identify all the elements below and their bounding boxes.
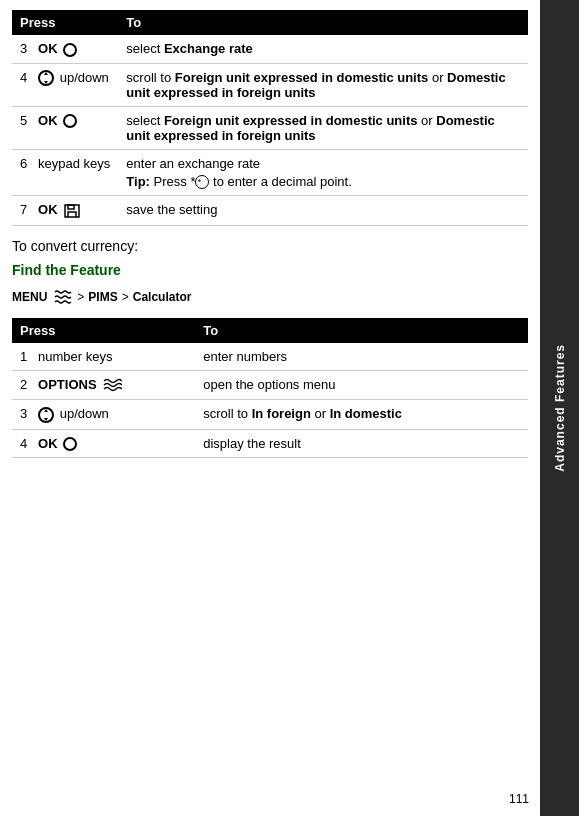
bold-foreign-domestic-5: Foreign unit expressed in domestic units bbox=[164, 113, 418, 128]
options-label: OPTIONS bbox=[38, 377, 97, 392]
updown-label: up/down bbox=[60, 70, 109, 85]
ok-label-5: OK bbox=[38, 113, 58, 128]
convert-section: To convert currency: Find the Feature ME… bbox=[12, 238, 528, 306]
press-cell: 3 OK bbox=[12, 35, 118, 63]
col-header-to-2: To bbox=[195, 318, 528, 343]
find-feature-label: Find the Feature bbox=[12, 262, 528, 278]
table-row: 7 OK save the setting bbox=[12, 196, 528, 226]
row-number: 6 bbox=[20, 156, 27, 171]
to-cell: enter numbers bbox=[195, 343, 528, 371]
svg-text:*: * bbox=[198, 178, 202, 188]
arrow-2: > bbox=[122, 290, 129, 304]
table-row: 4 up/down scroll to Foreign unit express… bbox=[12, 63, 528, 106]
convert-label: To convert currency: bbox=[12, 238, 528, 254]
row-number: 1 bbox=[20, 349, 27, 364]
table-exchange-rate: Press To 3 OK select Exchange rate 4 bbox=[12, 10, 528, 226]
save-icon bbox=[63, 203, 81, 219]
press-cell: 4 OK bbox=[12, 429, 195, 458]
ok-label: OK bbox=[38, 41, 58, 56]
press-cell: 2 OPTIONS bbox=[12, 370, 195, 400]
ok-circle-icon bbox=[63, 43, 77, 57]
keypad-keys-label: keypad keys bbox=[38, 156, 110, 171]
nav-circle-icon-3 bbox=[38, 407, 54, 423]
updown-label-3: up/down bbox=[60, 406, 109, 421]
to-cell: scroll to In foreign or In domestic bbox=[195, 400, 528, 430]
col-header-press-2: Press bbox=[12, 318, 195, 343]
row-number: 3 bbox=[20, 41, 27, 56]
svg-rect-4 bbox=[68, 205, 74, 209]
tip-text: Tip: Press ** to enter a decimal point. bbox=[126, 174, 520, 190]
row-number: 3 bbox=[20, 406, 27, 421]
menu-label: MENU bbox=[12, 290, 47, 304]
col-header-press-1: Press bbox=[12, 10, 118, 35]
to-cell: display the result bbox=[195, 429, 528, 458]
row-number: 2 bbox=[20, 377, 27, 392]
asterisk-icon: * bbox=[195, 175, 209, 189]
press-cell: 1 number keys bbox=[12, 343, 195, 371]
to-cell: open the options menu bbox=[195, 370, 528, 400]
svg-marker-6 bbox=[44, 409, 48, 412]
press-cell: 4 up/down bbox=[12, 63, 118, 106]
row-number: 5 bbox=[20, 113, 27, 128]
ok-circle-icon-5 bbox=[63, 114, 77, 128]
svg-marker-1 bbox=[44, 72, 48, 75]
table-row: 1 number keys enter numbers bbox=[12, 343, 528, 371]
to-cell: scroll to Foreign unit expressed in dome… bbox=[118, 63, 528, 106]
menu-navigation-line: MENU > PIMS > Calculator bbox=[12, 288, 528, 306]
to-cell: select Foreign unit expressed in domesti… bbox=[118, 106, 528, 149]
table-row: 4 OK display the result bbox=[12, 429, 528, 458]
table-currency-convert: Press To 1 number keys enter numbers 2 O… bbox=[12, 318, 528, 459]
bold-foreign-domestic: Foreign unit expressed in domestic units bbox=[175, 70, 429, 85]
table-row: 3 up/down scroll to In foreign or In dom… bbox=[12, 400, 528, 430]
svg-marker-7 bbox=[44, 418, 48, 421]
bold-in-domestic: In domestic bbox=[330, 406, 402, 421]
to-cell: select Exchange rate bbox=[118, 35, 528, 63]
arrow-1: > bbox=[77, 290, 84, 304]
bold-exchange-rate: Exchange rate bbox=[164, 41, 253, 56]
bold-in-foreign: In foreign bbox=[252, 406, 311, 421]
options-icon bbox=[102, 377, 122, 393]
nav-circle-icon bbox=[38, 70, 54, 86]
col-header-to-1: To bbox=[118, 10, 528, 35]
calculator-label: Calculator bbox=[133, 290, 192, 304]
press-cell: 7 OK bbox=[12, 196, 118, 226]
table-row: 2 OPTIONS open the options menu bbox=[12, 370, 528, 400]
table-row: 6 keypad keys enter an exchange rate Tip… bbox=[12, 149, 528, 196]
ok-label-7: OK bbox=[38, 202, 58, 217]
row-number: 4 bbox=[20, 70, 27, 85]
ok-circle-icon-4b bbox=[63, 437, 77, 451]
table-row: 5 OK select Foreign unit expressed in do… bbox=[12, 106, 528, 149]
number-keys-label: number keys bbox=[38, 349, 112, 364]
menu-icon bbox=[51, 288, 73, 306]
ok-label-4b: OK bbox=[38, 436, 58, 451]
to-cell: enter an exchange rate Tip: Press ** to … bbox=[118, 149, 528, 196]
right-sidebar: Advanced Features bbox=[540, 0, 579, 816]
press-cell: 5 OK bbox=[12, 106, 118, 149]
page-number: 111 bbox=[509, 792, 529, 806]
svg-marker-2 bbox=[44, 81, 48, 84]
to-cell: save the setting bbox=[118, 196, 528, 226]
row-number: 7 bbox=[20, 202, 27, 217]
table-row: 3 OK select Exchange rate bbox=[12, 35, 528, 63]
pims-label: PIMS bbox=[88, 290, 117, 304]
press-cell: 6 keypad keys bbox=[12, 149, 118, 196]
press-cell: 3 up/down bbox=[12, 400, 195, 430]
row-number: 4 bbox=[20, 436, 27, 451]
sidebar-label: Advanced Features bbox=[553, 344, 567, 472]
